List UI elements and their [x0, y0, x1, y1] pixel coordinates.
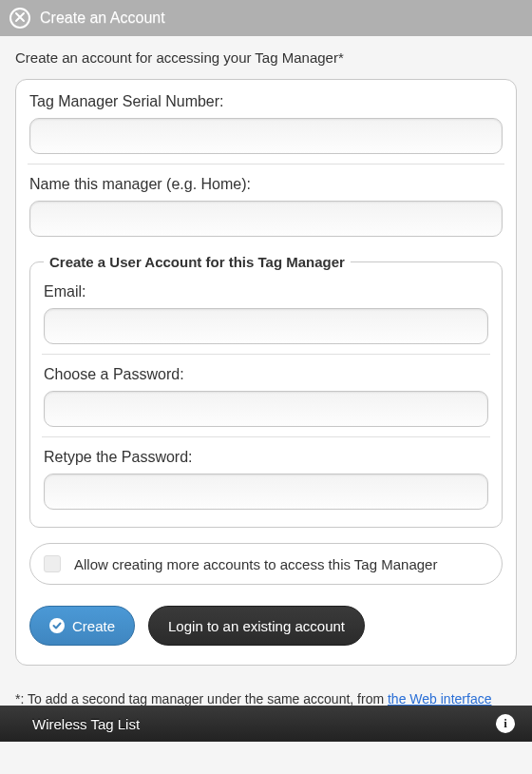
divider	[42, 436, 490, 437]
password2-label: Retype the Password:	[44, 449, 488, 466]
content-area: Create an account for accessing your Tag…	[0, 36, 532, 739]
allow-more-accounts-toggle[interactable]: Allow creating more accounts to access t…	[29, 543, 503, 585]
allow-label: Allow creating more accounts to access t…	[74, 556, 437, 572]
footnote-prefix: *: To add a second tag manager under the…	[15, 691, 388, 706]
serial-input[interactable]	[29, 118, 503, 154]
user-account-fieldset: Create a User Account for this Tag Manag…	[29, 254, 503, 528]
footer-bar: Wireless Tag List i	[0, 706, 532, 742]
divider	[28, 164, 504, 164]
web-interface-link[interactable]: the Web interface	[388, 691, 491, 706]
login-button[interactable]: Login to an existing account	[148, 606, 365, 646]
button-row: Create Login to an existing account	[29, 606, 503, 646]
login-label: Login to an existing account	[168, 618, 345, 634]
header-title: Create an Account	[40, 10, 165, 27]
check-icon	[49, 618, 65, 633]
form-card: Tag Manager Serial Number: Name this man…	[15, 79, 517, 666]
password-input[interactable]	[44, 391, 488, 427]
name-label: Name this manager (e.g. Home):	[29, 176, 503, 193]
password2-input[interactable]	[44, 474, 488, 510]
close-button[interactable]	[10, 8, 30, 29]
close-icon	[14, 10, 26, 27]
info-button[interactable]: i	[496, 714, 515, 733]
password-label: Choose a Password:	[44, 366, 488, 383]
email-label: Email:	[44, 283, 488, 300]
create-button[interactable]: Create	[29, 606, 135, 646]
footer-title: Wireless Tag List	[32, 716, 140, 732]
email-input[interactable]	[44, 308, 488, 344]
intro-text: Create an account for accessing your Tag…	[15, 49, 517, 66]
serial-label: Tag Manager Serial Number:	[29, 93, 503, 110]
divider	[42, 354, 490, 355]
create-label: Create	[72, 618, 115, 634]
header-bar: Create an Account	[0, 0, 532, 36]
checkbox-icon	[44, 555, 61, 572]
fieldset-legend: Create a User Account for this Tag Manag…	[44, 254, 351, 270]
name-input[interactable]	[29, 201, 503, 237]
info-icon: i	[504, 716, 507, 731]
